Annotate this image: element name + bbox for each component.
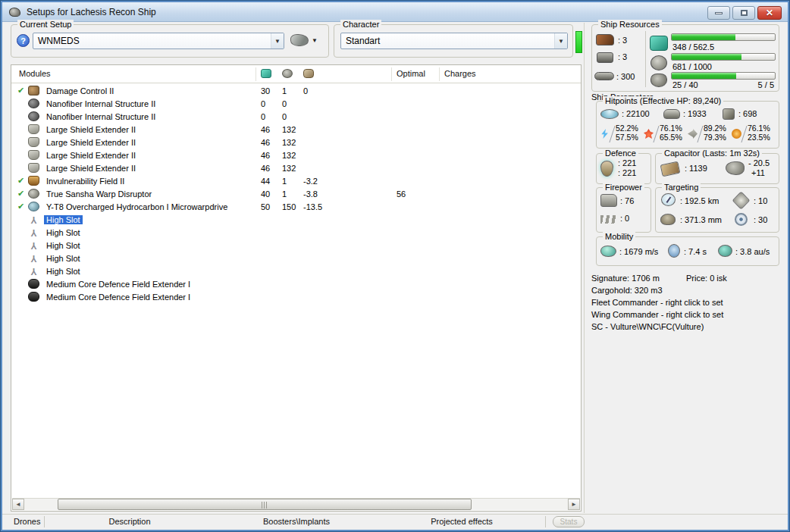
high-slot-icon xyxy=(28,240,39,250)
drone-bar xyxy=(671,72,776,80)
module-pg-value: 1 xyxy=(282,177,287,186)
module-row[interactable]: ✔ Medium Core Defence Field Extender I xyxy=(11,290,581,303)
max-velocity-icon xyxy=(600,246,616,257)
thermal-resist-armor: 65.5% xyxy=(660,133,682,142)
align-time-icon xyxy=(668,244,680,258)
mobility-group: Mobility : 1679 m/s : 7.4 s : 3.8 au/s xyxy=(596,236,779,266)
tab-drones[interactable]: Drones xyxy=(14,517,40,526)
price-value: Price: 0 isk xyxy=(686,274,727,283)
minimize-button[interactable] xyxy=(707,6,730,20)
charges-column-header: Charges xyxy=(444,69,476,78)
module-name: True Sansha Warp Disruptor xyxy=(44,189,154,199)
module-row[interactable]: ✔ Large Shield Extender II 46 132 xyxy=(11,136,581,149)
scroll-right-arrow-icon[interactable]: ► xyxy=(568,499,580,510)
tab-description[interactable]: Description xyxy=(108,517,150,526)
character-skill-indicator xyxy=(575,31,582,53)
module-cap-value: 0 xyxy=(303,86,308,95)
high-slot-icon xyxy=(28,266,39,276)
explosive-resist-shield: 76.1% xyxy=(748,124,770,133)
turret-hardpoints-value: : 3 xyxy=(618,36,627,45)
module-row[interactable]: ✔ Large Shield Extender II 46 132 xyxy=(11,149,581,161)
character-label: Character xyxy=(340,20,381,29)
turret-hardpoints-icon xyxy=(596,34,614,45)
tab-projected-effects[interactable]: Projected effects xyxy=(431,517,493,526)
module-cpu-value: 50 xyxy=(261,202,270,211)
wing-commander-setting[interactable]: Wing Commander - right click to set xyxy=(591,310,723,319)
character-select[interactable]: Standart ▼ xyxy=(340,33,568,49)
character-group: Character Standart ▼ xyxy=(334,24,573,58)
targeting-group: Targeting : 192.5 km : 10 : 371.3 mm : 3… xyxy=(655,187,779,233)
module-row[interactable]: ✔ Medium Core Defence Field Extender I xyxy=(11,277,581,290)
help-icon[interactable]: ? xyxy=(17,34,30,47)
module-row[interactable]: ✔ Invulnerability Field II 44 1 -3.2 xyxy=(11,174,581,187)
module-row[interactable]: ✔ Damage Control II 30 1 0 xyxy=(11,84,581,97)
module-row[interactable]: ✔ High Slot xyxy=(11,264,581,277)
fleet-commander-setting[interactable]: Fleet Commander - right click to set xyxy=(591,298,723,307)
defence-title: Defence xyxy=(603,149,638,158)
module-row[interactable]: ✔ Nanofiber Internal Structure II 0 0 xyxy=(11,110,581,123)
ship-tools-button[interactable]: ▼ xyxy=(290,34,318,46)
chevron-down-icon: ▼ xyxy=(554,33,567,49)
module-row[interactable]: ✔ High Slot xyxy=(11,226,581,239)
turret-dps-value: : 76 xyxy=(620,196,634,205)
module-row[interactable]: ✔ High Slot xyxy=(11,252,581,264)
scrollbar-track[interactable] xyxy=(24,499,568,510)
em-resist-armor: 57.5% xyxy=(616,133,638,142)
module-pg-value: 132 xyxy=(282,138,296,147)
module-name: Invulnerability Field II xyxy=(44,177,127,186)
em-resist-shield: 52.2% xyxy=(616,124,638,133)
defence-value-top: : 221 xyxy=(618,158,636,167)
warp-speed-value: : 3.8 au/s xyxy=(735,247,770,256)
module-row[interactable]: ✔ High Slot xyxy=(11,213,581,226)
capacitor-title: Capacitor (Lasts: 1m 32s) xyxy=(662,149,762,158)
thermal-resist-shield: 76.1% xyxy=(660,124,682,133)
ship-icon xyxy=(290,34,309,46)
module-pg-value: 132 xyxy=(282,151,296,160)
turret-dps-icon xyxy=(600,194,617,207)
defence-shield-icon xyxy=(600,161,613,177)
module-row[interactable]: ✔ Large Shield Extender II 46 132 xyxy=(11,123,581,136)
module-row[interactable]: ✔ Y-T8 Overcharged Hydrocarbon I Microwa… xyxy=(11,200,581,213)
close-button[interactable]: ✕ xyxy=(757,6,782,20)
scan-resolution-value: : 371.3 mm xyxy=(680,215,722,224)
cpu-bar xyxy=(671,33,776,41)
defence-group: Defence : 221 : 221 xyxy=(596,153,651,184)
mobility-title: Mobility xyxy=(603,232,635,241)
horizontal-scrollbar[interactable]: ◄ ► xyxy=(12,498,580,510)
max-targets-icon xyxy=(732,191,750,209)
title-bar[interactable]: Setups for Lachesis Recon Ship ✕ xyxy=(2,2,788,22)
kinetic-resist-icon xyxy=(688,129,698,139)
setup-select[interactable]: WNMEDS ▼ xyxy=(33,33,284,49)
module-name: High Slot xyxy=(44,254,83,263)
module-name: Medium Core Defence Field Extender I xyxy=(44,280,193,289)
explosive-resist-armor: 23.5% xyxy=(748,133,770,142)
setup-select-value: WNMEDS xyxy=(33,36,271,46)
scroll-left-arrow-icon[interactable]: ◄ xyxy=(12,499,24,510)
module-row[interactable]: ✔ Nanofiber Internal Structure II 0 0 xyxy=(11,97,581,110)
scan-resolution-icon xyxy=(660,214,676,225)
squad-commander-value: SC - Vulture\WNC\FC(Vulture) xyxy=(591,322,704,331)
sensor-strength-value: : 30 xyxy=(754,215,767,224)
fitted-check-icon: ✔ xyxy=(17,189,28,199)
module-row[interactable]: ✔ Large Shield Extender II 46 132 xyxy=(11,161,581,174)
module-row[interactable]: ✔ True Sansha Warp Disruptor 40 1 -3.8 5… xyxy=(11,187,581,200)
maximize-button[interactable] xyxy=(732,6,755,20)
damage-control-icon xyxy=(28,86,39,95)
tab-boosters-implants[interactable]: Boosters\Implants xyxy=(263,517,330,526)
shield-extender-icon xyxy=(28,137,39,147)
module-row[interactable]: ✔ High Slot xyxy=(11,239,581,252)
capacitor-recharge-icon xyxy=(726,161,745,175)
armor-hp-value: : 1933 xyxy=(683,109,707,118)
fitted-check-icon: ✔ xyxy=(17,86,28,95)
scrollbar-thumb[interactable] xyxy=(58,499,472,510)
bottom-tab-bar: Drones Description Boosters\Implants Pro… xyxy=(2,514,788,529)
hitpoints-group: Hitpoints (Effective HP: 89,240) : 22100… xyxy=(596,101,779,149)
chevron-down-icon: ▼ xyxy=(312,37,318,44)
missile-dps-value: : 0 xyxy=(620,214,629,223)
stats-button[interactable]: Stats xyxy=(553,516,585,527)
missile-dps-icon xyxy=(600,215,617,224)
powergrid-icon xyxy=(650,55,667,70)
capacitor-amount: : 1139 xyxy=(685,164,707,173)
modules-header: Modules Optimal Charges xyxy=(11,65,581,83)
module-name: Large Shield Extender II xyxy=(44,151,138,160)
